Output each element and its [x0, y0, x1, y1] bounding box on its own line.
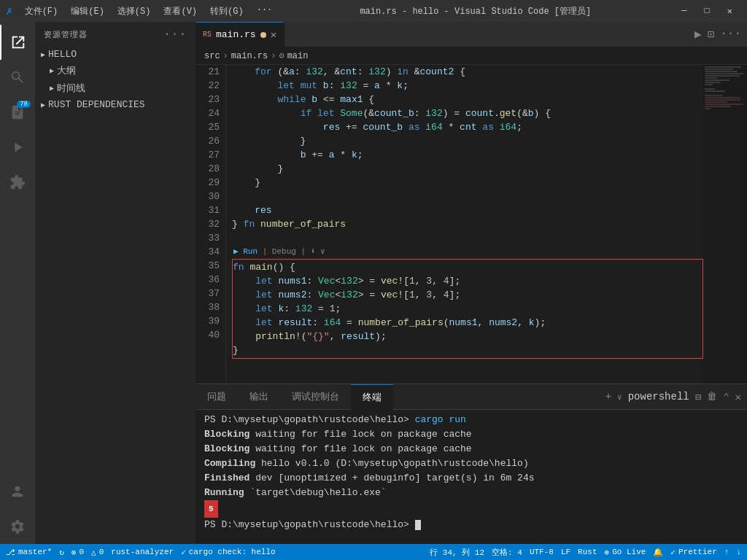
kill-terminal-button[interactable]: 🗑: [707, 391, 717, 402]
account-activity-icon[interactable]: [0, 474, 35, 509]
menu-view[interactable]: 查看(V): [158, 4, 203, 19]
prettier-status[interactable]: ✓ Prettier: [670, 548, 716, 557]
collapse-panel-button[interactable]: ⌃: [723, 391, 729, 403]
vscode-icon: ✗: [6, 4, 13, 18]
terminal-dropdown-button[interactable]: ∨: [617, 392, 622, 402]
encoding-label: UTF-8: [530, 548, 554, 556]
panel-tab-bar: 问题 输出 调试控制台 终端 + ∨ powershell ⊟ 🗑 ⌃ ✕: [196, 384, 747, 410]
settings-activity-icon[interactable]: [0, 509, 35, 544]
tab-close-button[interactable]: ✕: [271, 28, 276, 41]
terminal-type-label: powershell: [628, 391, 689, 402]
sidebar-item-hello[interactable]: ▶ HELLO: [35, 47, 196, 62]
code-line-25: res += count_b as i64 * cnt as i64;: [232, 120, 703, 134]
line-numbers: 21 22 23 24 25 26 27 28 29 30 31 32 33 3…: [196, 65, 226, 384]
code-line-33: [232, 231, 703, 245]
tab-output[interactable]: 输出: [238, 384, 280, 410]
close-panel-button[interactable]: ✕: [735, 391, 741, 403]
breadcrumb-function[interactable]: main: [287, 51, 309, 61]
code-line-31: res: [232, 203, 703, 217]
sidebar-item-rust-deps[interactable]: ▶ RUST DEPENDENCIES: [35, 97, 196, 112]
tab-bar: RS main.rs ✕ ▶ ⊡ ···: [196, 22, 747, 47]
encoding-status[interactable]: UTF-8: [530, 548, 554, 556]
warnings-status[interactable]: △ 0: [91, 548, 104, 557]
run-button-inline[interactable]: ▶ Run: [233, 245, 258, 259]
more-actions-button[interactable]: ···: [720, 27, 741, 42]
warning-icon: △: [91, 548, 96, 557]
line-ending-status[interactable]: LF: [561, 548, 570, 556]
bell-icon: 🔔: [653, 548, 663, 557]
code-line-39: println!("{}", result);: [233, 330, 703, 343]
sidebar-menu-button[interactable]: ···: [163, 28, 187, 41]
menu-file[interactable]: 文件(F): [19, 4, 64, 19]
indentation-status[interactable]: 空格: 4: [492, 547, 522, 558]
sync-status[interactable]: ↻: [59, 548, 64, 557]
menu-bar[interactable]: 文件(F) 编辑(E) 选择(S) 查看(V) 转到(G) ···: [19, 4, 279, 19]
errors-status[interactable]: ⊗ 0: [71, 548, 84, 557]
panel-actions: + ∨ powershell ⊟ 🗑 ⌃ ✕: [600, 391, 747, 403]
rust-analyzer-status[interactable]: rust-analyzer: [111, 548, 174, 556]
git-branch-label: master*: [18, 548, 52, 556]
download-status[interactable]: ↓: [736, 548, 741, 556]
maximize-button[interactable]: □: [696, 0, 719, 22]
notification-status[interactable]: 🔔: [653, 548, 663, 557]
prettier-label: Prettier: [678, 548, 717, 556]
sync-icon: ↻: [59, 548, 64, 557]
cursor-position-status[interactable]: 行 34, 列 12: [430, 547, 484, 558]
code-line-27: b += a * k;: [232, 148, 703, 162]
terminal-line-6: Running `target\debug\hello.exe`: [204, 486, 738, 500]
breadcrumb-src[interactable]: src: [204, 51, 220, 61]
run-button[interactable]: ▶: [694, 27, 702, 42]
go-live-status[interactable]: ⊕ Go Live: [605, 548, 646, 557]
code-content[interactable]: for (&a: i32, &cnt: i32) in &count2 { le…: [226, 65, 703, 384]
close-button[interactable]: ✕: [719, 0, 741, 22]
rust-file-icon: RS: [203, 31, 212, 39]
activity-bar: 78: [0, 22, 35, 544]
language-status[interactable]: Rust: [578, 548, 597, 556]
chevron-right-icon: ▶: [50, 66, 54, 75]
split-terminal-button[interactable]: ⊟: [695, 391, 701, 403]
run-activity-icon[interactable]: [0, 130, 35, 165]
breadcrumb-file[interactable]: main.rs: [231, 51, 268, 61]
code-line-30: [232, 190, 703, 203]
tab-terminal[interactable]: 终端: [351, 384, 393, 410]
menu-edit[interactable]: 编辑(E): [65, 4, 110, 19]
tab-problems[interactable]: 问题: [196, 384, 238, 410]
sidebar-item-timeline[interactable]: ▶ 时间线: [35, 79, 196, 97]
cargo-check-status[interactable]: ✓ cargo check: hello: [181, 548, 275, 557]
cursor-position-label: 行 34, 列 12: [430, 547, 484, 558]
chevron-right-icon: ▶: [41, 50, 45, 59]
run-debug-bar[interactable]: ▶ Run | Debug | ⬇ ∨: [232, 245, 703, 259]
terminal-content[interactable]: PS D:\mysetup\gopath\rustcode\hello> car…: [196, 410, 747, 544]
code-editor[interactable]: 21 22 23 24 25 26 27 28 29 30 31 32 33 3…: [196, 65, 703, 384]
git-icon: ⎇: [6, 548, 15, 557]
minimize-button[interactable]: ─: [673, 0, 695, 22]
cargo-check-label: cargo check: hello: [189, 548, 276, 556]
sidebar: 资源管理器 ··· ▶ HELLO ▶ 大纲 ▶ 时间线 ▶ RUST DEPE…: [35, 22, 196, 544]
window-controls[interactable]: ─ □ ✕: [673, 0, 741, 22]
warning-count: 0: [99, 548, 104, 556]
extensions-activity-icon[interactable]: [0, 165, 35, 200]
tab-main-rs[interactable]: RS main.rs ✕: [196, 22, 285, 47]
menu-select[interactable]: 选择(S): [112, 4, 157, 19]
terminal-line-2: Blocking waiting for file lock on packag…: [204, 427, 738, 442]
terminal-line-4: Compiling hello v0.1.0 (D:\mysetup\gopat…: [204, 456, 738, 471]
git-branch-status[interactable]: ⎇ master*: [6, 548, 52, 557]
menu-more[interactable]: ···: [251, 4, 279, 19]
cursor-blink: [415, 520, 421, 530]
add-terminal-button[interactable]: +: [605, 391, 611, 402]
terminal-result-line: 5: [204, 500, 738, 518]
search-activity-icon[interactable]: [0, 60, 35, 95]
chevron-right-icon: ▶: [41, 101, 45, 109]
upload-status[interactable]: ↑: [724, 548, 729, 556]
sidebar-item-label: HELLO: [48, 49, 77, 60]
code-line-40: }: [233, 343, 703, 357]
explorer-activity-icon[interactable]: [0, 25, 35, 60]
split-editor-button[interactable]: ⊡: [708, 27, 715, 42]
terminal-line-3: Blocking waiting for file lock on packag…: [204, 442, 738, 456]
tab-debug-console[interactable]: 调试控制台: [280, 384, 351, 410]
error-count: 0: [79, 548, 84, 556]
menu-goto[interactable]: 转到(G): [204, 4, 249, 19]
sidebar-item-outline[interactable]: ▶ 大纲: [35, 62, 196, 79]
debug-button-inline[interactable]: Debug: [272, 245, 296, 259]
source-control-activity-icon[interactable]: 78: [0, 95, 35, 130]
